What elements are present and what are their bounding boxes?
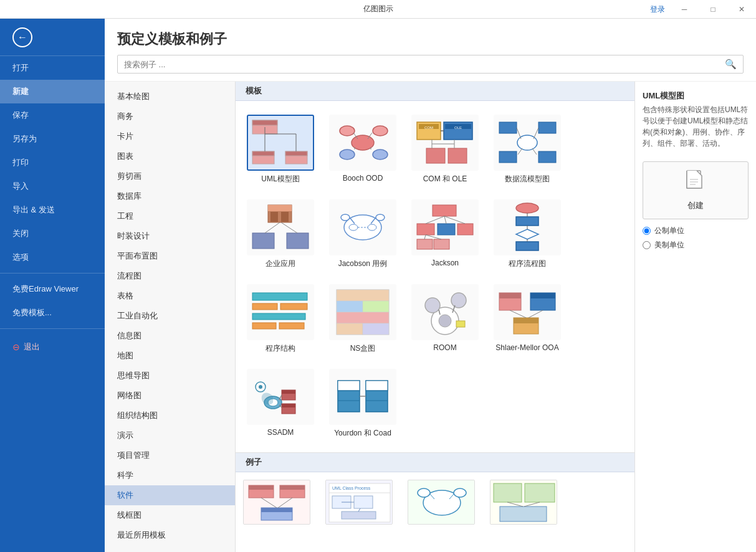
cat-item-eng[interactable]: 工程 [105, 206, 235, 226]
cat-item-mindmap[interactable]: 思维导图 [105, 366, 235, 386]
cat-item-card[interactable]: 卡片 [105, 126, 235, 146]
svg-rect-1 [252, 120, 277, 125]
cat-item-org[interactable]: 组织结构图 [105, 406, 235, 426]
examples-grid: UML Class Process [236, 472, 634, 532]
svg-rect-75 [252, 303, 277, 310]
template-com-ole[interactable]: COM OLE [408, 111, 482, 188]
minimize-button[interactable]: ─ [670, 0, 699, 19]
sidebar-item-import[interactable]: 导入 [0, 174, 105, 198]
template-label-uml: UML模型图 [261, 174, 299, 184]
radio-metric-input[interactable] [643, 227, 651, 235]
template-dataflow[interactable]: 数据流模型图 [490, 111, 565, 188]
cat-item-table[interactable]: 表格 [105, 286, 235, 306]
create-file-icon [686, 169, 706, 197]
example-1[interactable] [243, 480, 318, 525]
sidebar-item-saveas[interactable]: 另存为 [0, 127, 105, 151]
cat-item-recent[interactable]: 最近所用模板 [105, 525, 235, 545]
radio-imperial[interactable]: 美制单位 [643, 240, 749, 250]
search-icon[interactable]: 🔍 [725, 59, 737, 70]
svg-line-65 [424, 235, 426, 239]
cat-item-basic[interactable]: 基本绘图 [105, 87, 235, 107]
svg-rect-43 [281, 212, 289, 222]
svg-rect-33 [499, 151, 517, 163]
cat-item-map[interactable]: 地图 [105, 346, 235, 366]
cat-item-floorplan[interactable]: 平面布置图 [105, 246, 235, 266]
sidebar-item-print[interactable]: 打印 [0, 151, 105, 174]
cat-item-clip[interactable]: 剪切画 [105, 166, 235, 186]
template-shlaer[interactable]: Shlaer-Mellor OOA [490, 280, 565, 358]
template-jacobson[interactable]: Jacobson 用例 [325, 196, 400, 273]
template-room[interactable]: ROOM [408, 280, 482, 358]
template-thumb-ns [329, 284, 396, 340]
sidebar-item-save[interactable]: 保存 [0, 103, 105, 127]
template-program-flowchart[interactable]: 程序流程图 [490, 196, 565, 273]
svg-rect-57 [417, 224, 434, 235]
examples-section-header: 例子 [236, 452, 634, 472]
cat-item-info[interactable]: 信息图 [105, 326, 235, 346]
example-thumb-4 [490, 480, 557, 525]
cat-item-industrial[interactable]: 工业自动化 [105, 306, 235, 326]
radio-imperial-input[interactable] [643, 241, 651, 249]
example-3[interactable] [408, 480, 482, 525]
template-thumb-dataflow [494, 115, 561, 171]
template-uml[interactable]: UML模型图 [243, 111, 318, 188]
search-input[interactable] [124, 60, 720, 69]
cat-item-db[interactable]: 数据库 [105, 186, 235, 206]
cat-item-flowchart[interactable]: 流程图 [105, 266, 235, 286]
svg-rect-125 [280, 485, 305, 490]
svg-rect-61 [434, 239, 449, 249]
svg-line-46 [265, 222, 280, 233]
cat-item-project[interactable]: 项目管理 [105, 445, 235, 465]
sidebar-item-open[interactable]: 打开 [0, 56, 105, 80]
example-4[interactable] [490, 480, 565, 525]
svg-rect-97 [530, 293, 555, 298]
svg-rect-105 [282, 390, 295, 394]
template-ssadm[interactable]: SSADM [243, 365, 318, 442]
cat-item-present[interactable]: 演示 [105, 426, 235, 445]
svg-rect-123 [249, 485, 274, 490]
example-2[interactable]: UML Class Process [325, 480, 400, 525]
cat-item-science[interactable]: 科学 [105, 465, 235, 485]
sidebar-item-free-viewer[interactable]: 免费Edraw Viewer [0, 277, 105, 301]
back-button[interactable]: ← [0, 19, 105, 56]
login-button[interactable]: 登录 [645, 0, 670, 19]
sidebar-item-free-template[interactable]: 免费模板... [0, 301, 105, 325]
sidebar-item-close[interactable]: 关闭 [0, 222, 105, 245]
cat-item-business[interactable]: 商务 [105, 107, 235, 126]
template-ns[interactable]: NS盒图 [325, 280, 400, 358]
templates-section-header: 模板 [236, 82, 634, 101]
page-header: 预定义模板和例子 🔍 [105, 19, 756, 82]
close-button[interactable]: ✕ [727, 0, 756, 19]
template-label-program-flowchart: 程序流程图 [509, 259, 546, 269]
cat-item-software[interactable]: 软件 [105, 485, 235, 505]
svg-rect-146 [494, 483, 522, 502]
svg-rect-42 [270, 212, 278, 222]
cat-item-fashion[interactable]: 时装设计 [105, 226, 235, 246]
radio-metric[interactable]: 公制单位 [643, 226, 749, 236]
template-label-ssadm: SSADM [267, 428, 294, 437]
cat-item-wireframe[interactable]: 线框图 [105, 505, 235, 525]
sidebar-item-new[interactable]: 新建 [0, 80, 105, 103]
sidebar-item-exit[interactable]: ⊖ 退出 [0, 335, 105, 359]
svg-point-49 [341, 214, 350, 221]
template-enterprise[interactable]: 企业应用 [243, 196, 318, 273]
template-jackson[interactable]: Jackson [408, 196, 482, 273]
template-label-jacobson: Jacobson 用例 [338, 259, 388, 269]
svg-rect-148 [500, 507, 547, 521]
svg-rect-95 [499, 293, 521, 298]
back-circle-icon[interactable]: ← [12, 27, 32, 47]
sidebar-item-export[interactable]: 导出 & 发送 [0, 198, 105, 222]
template-booch[interactable]: Booch OOD [325, 111, 400, 188]
maximize-button[interactable]: □ [699, 0, 727, 19]
svg-point-90 [451, 293, 466, 308]
template-thumb-enterprise [247, 199, 314, 255]
svg-text:OLE: OLE [454, 126, 462, 130]
create-label: 创建 [687, 200, 704, 211]
cat-item-chart[interactable]: 图表 [105, 146, 235, 166]
sidebar-item-options[interactable]: 选项 [0, 245, 105, 269]
cat-item-network[interactable]: 网络图 [105, 386, 235, 406]
template-program-struct[interactable]: 程序结构 [243, 280, 318, 358]
create-button[interactable]: 创建 [643, 161, 749, 219]
template-yourdon[interactable]: Yourdon 和 Coad [325, 365, 400, 442]
svg-rect-32 [538, 122, 556, 133]
